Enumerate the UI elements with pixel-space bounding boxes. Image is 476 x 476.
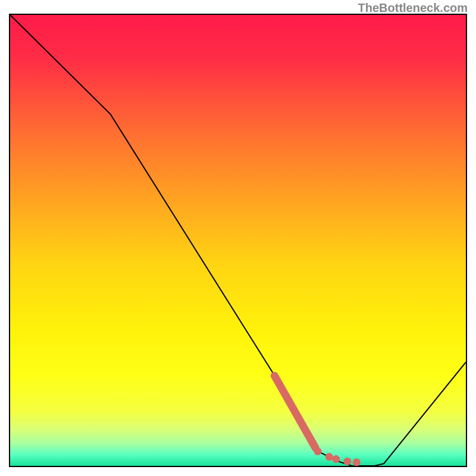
watermark-text: TheBottleneck.com (358, 1, 468, 15)
svg-point-5 (353, 458, 361, 466)
highlight-dots (314, 447, 361, 466)
svg-point-3 (332, 455, 340, 463)
chart-container: TheBottleneck.com (0, 0, 476, 476)
svg-point-2 (325, 453, 333, 461)
highlight-segment (274, 375, 315, 447)
main-curve-line (10, 15, 466, 466)
svg-point-1 (314, 447, 322, 455)
plot-area (9, 14, 467, 467)
chart-curve (10, 15, 466, 466)
svg-point-4 (343, 458, 351, 465)
